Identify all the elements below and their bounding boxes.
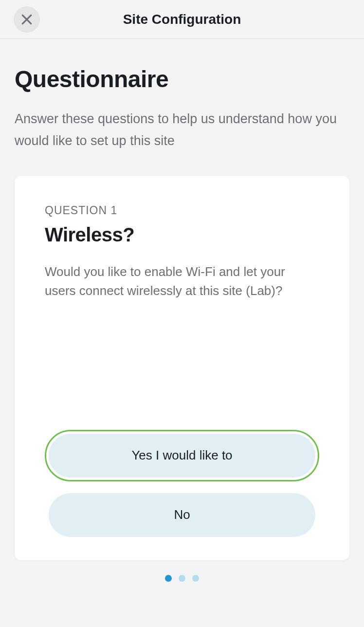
answer-yes-wrapper: Yes I would like to [45,430,319,481]
answer-no-button[interactable]: No [49,493,315,537]
content: Questionnaire Answer these questions to … [0,39,364,582]
pager-dot-3[interactable] [192,575,199,582]
question-card: QUESTION 1 Wireless? Would you like to e… [15,176,349,560]
question-label: QUESTION 1 [45,204,319,217]
pager [15,575,349,582]
close-icon [20,13,33,26]
answer-yes-button[interactable]: Yes I would like to [49,434,315,478]
pager-dot-1[interactable] [165,575,172,582]
question-title: Wireless? [45,224,319,246]
pager-dot-2[interactable] [179,575,185,582]
question-body: Would you like to enable Wi-Fi and let y… [45,262,319,300]
header: Site Configuration [0,0,364,39]
answer-button-group: Yes I would like to No [45,430,319,541]
header-title: Site Configuration [10,12,354,27]
page-subtitle: Answer these questions to help us unders… [15,108,349,152]
close-button[interactable] [14,6,40,33]
answer-no-wrapper: No [45,489,319,541]
page-title: Questionnaire [15,66,349,92]
